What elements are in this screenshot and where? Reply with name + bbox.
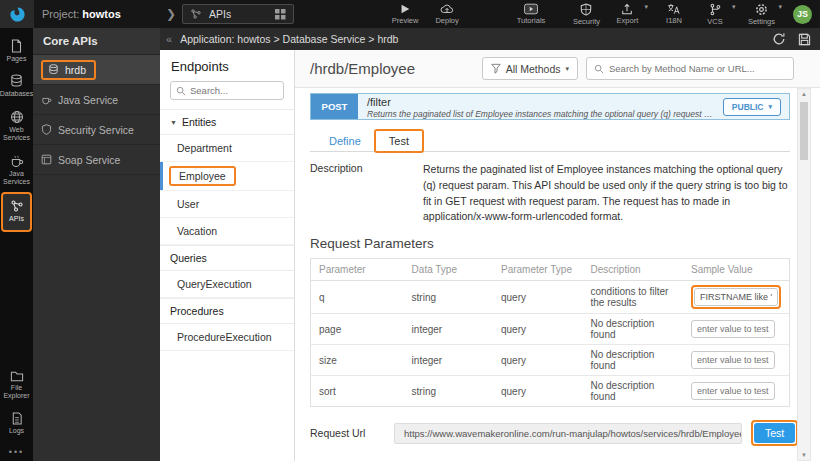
shield-icon bbox=[41, 124, 52, 135]
hrdb-highlight: hrdb bbox=[41, 60, 96, 80]
sidebar-item-hrdb[interactable]: hrdb bbox=[33, 55, 160, 85]
branch-icon bbox=[709, 3, 721, 16]
endpoint-row[interactable]: POST /filter Returns the paginated list … bbox=[310, 93, 790, 120]
collapse-icon[interactable]: « bbox=[166, 33, 172, 45]
param-sample-cell bbox=[683, 281, 790, 314]
chevron-down-icon[interactable]: ▾ bbox=[778, 3, 782, 11]
test-tab-content: POST /filter Returns the paginated list … bbox=[295, 88, 790, 461]
settings-label: Settings bbox=[748, 17, 775, 26]
breadcrumb: Application: howtos > Database Service >… bbox=[180, 33, 398, 45]
settings-button[interactable]: Settings bbox=[746, 3, 776, 26]
rail-label: File Explorer bbox=[1, 384, 32, 401]
request-parameters-table: Parameter Data Type Parameter Type Descr… bbox=[310, 258, 790, 407]
apis-workspace-tab[interactable]: APIs bbox=[182, 4, 294, 24]
endpoint-item-vacation[interactable]: Vacation bbox=[160, 218, 294, 245]
save-icon[interactable] bbox=[798, 33, 811, 46]
page-title: /hrdb/Employee bbox=[310, 60, 415, 77]
endpoint-label: ProcedureExecution bbox=[177, 331, 272, 343]
sidebar-item-label: hrdb bbox=[65, 64, 86, 76]
scroll-up-icon[interactable]: ▲ bbox=[798, 91, 810, 97]
endpoints-group-procedures[interactable]: Procedures bbox=[160, 298, 294, 324]
endpoint-item-user[interactable]: User bbox=[160, 191, 294, 218]
i18n-label: I18N bbox=[666, 16, 682, 25]
api-node-icon bbox=[190, 8, 202, 20]
more-icon[interactable]: ••• bbox=[9, 441, 24, 461]
rail-label: Databases bbox=[0, 90, 33, 98]
coffee-icon bbox=[41, 94, 52, 105]
coffee-icon bbox=[10, 154, 24, 168]
column-header: Data Type bbox=[404, 259, 493, 281]
sidebar-item-file-explorer[interactable]: File Explorer bbox=[0, 365, 33, 407]
endpoints-search[interactable] bbox=[170, 81, 284, 100]
avatar[interactable]: JS bbox=[793, 5, 812, 24]
sidebar-item-pages[interactable]: Pages bbox=[0, 34, 33, 69]
export-button[interactable]: Export bbox=[612, 3, 642, 25]
search-icon bbox=[594, 64, 604, 74]
endpoints-group-queries[interactable]: Queries bbox=[160, 245, 294, 271]
scroll-down-icon[interactable]: ▼ bbox=[798, 452, 810, 458]
tutorials-button[interactable]: Tutorials bbox=[516, 3, 546, 25]
methods-filter-dropdown[interactable]: All Methods ▾ bbox=[482, 57, 578, 80]
apis-icon bbox=[10, 199, 24, 213]
endpoint-label: Employee bbox=[169, 166, 236, 186]
endpoint-item-procedureexecution[interactable]: ProcedureExecution bbox=[160, 324, 294, 351]
param-sample-cell bbox=[683, 314, 790, 345]
endpoint-label: User bbox=[177, 198, 199, 210]
wavemaker-logo[interactable] bbox=[0, 0, 34, 28]
param-name: size bbox=[311, 345, 404, 376]
i18n-button[interactable]: I18N bbox=[659, 3, 689, 25]
sidebar-item-apis[interactable]: APIs bbox=[1, 192, 32, 231]
methods-filter-label: All Methods bbox=[506, 63, 561, 75]
sample-value-input[interactable] bbox=[694, 288, 778, 306]
endpoint-label: QueryExecution bbox=[177, 278, 252, 290]
preview-button[interactable]: Preview bbox=[390, 3, 420, 25]
sidebar-item-logs[interactable]: Logs bbox=[0, 407, 33, 441]
sample-value-input[interactable] bbox=[691, 382, 775, 400]
chevron-down-icon[interactable]: ▾ bbox=[644, 3, 648, 11]
export-label: Export bbox=[617, 16, 639, 25]
main-scrollbar[interactable]: ▲ ▼ bbox=[797, 88, 811, 461]
sidebar-item-databases[interactable]: Databases bbox=[0, 69, 33, 104]
endpoints-search-input[interactable] bbox=[190, 85, 278, 96]
visibility-dropdown[interactable]: PUBLIC ▾ bbox=[723, 98, 781, 116]
group-label: Entities bbox=[182, 116, 216, 128]
grid-icon[interactable] bbox=[275, 9, 286, 20]
core-apis-sidebar: Core APIs hrdb Java Service Security Ser… bbox=[33, 28, 160, 461]
method-badge: POST bbox=[311, 94, 358, 119]
param-type: query bbox=[493, 314, 582, 345]
column-header: Sample Value bbox=[683, 259, 790, 281]
sidebar-item-java-service[interactable]: Java Service bbox=[33, 85, 160, 115]
chevron-down-icon[interactable]: ▾ bbox=[732, 3, 736, 11]
sidebar-item-java-services[interactable]: Java Services bbox=[0, 149, 33, 193]
endpoint-item-department[interactable]: Department bbox=[160, 135, 294, 162]
sidebar-item-security-service[interactable]: Security Service bbox=[33, 115, 160, 145]
test-button[interactable]: Test bbox=[754, 423, 795, 443]
sidebar-item-label: Soap Service bbox=[58, 154, 120, 166]
param-name: sort bbox=[311, 376, 404, 407]
scrollbar-thumb[interactable] bbox=[800, 102, 808, 160]
refresh-icon[interactable] bbox=[772, 32, 786, 46]
sample-value-input[interactable] bbox=[691, 351, 775, 369]
vcs-button[interactable]: VCS bbox=[700, 3, 730, 26]
sidebar-item-soap-service[interactable]: Soap Service bbox=[33, 145, 160, 175]
tab-test[interactable]: Test bbox=[374, 129, 424, 153]
left-rail: Pages Databases Web Services Java Servic… bbox=[0, 28, 33, 461]
method-search-input[interactable] bbox=[609, 63, 786, 74]
rail-label: APIs bbox=[9, 215, 24, 223]
endpoints-group-entities[interactable]: ▼ Entities bbox=[160, 109, 294, 135]
security-button[interactable]: Security bbox=[571, 3, 601, 26]
endpoint-item-employee[interactable]: Employee bbox=[160, 162, 294, 191]
sample-value-input[interactable] bbox=[691, 320, 775, 338]
param-type: query bbox=[493, 281, 582, 314]
table-header-row: Parameter Data Type Parameter Type Descr… bbox=[311, 259, 790, 281]
folder-icon bbox=[10, 370, 24, 382]
deploy-button[interactable]: Deploy bbox=[432, 3, 462, 25]
method-search[interactable] bbox=[586, 57, 794, 80]
param-description: No description found bbox=[582, 314, 682, 345]
tab-define[interactable]: Define bbox=[316, 131, 374, 151]
sidebar-item-web-services[interactable]: Web Services bbox=[0, 105, 33, 149]
endpoint-item-queryexecution[interactable]: QueryExecution bbox=[160, 271, 294, 298]
visibility-label: PUBLIC bbox=[732, 102, 764, 112]
endpoints-title: Endpoints bbox=[160, 50, 294, 81]
database-icon bbox=[10, 74, 23, 88]
